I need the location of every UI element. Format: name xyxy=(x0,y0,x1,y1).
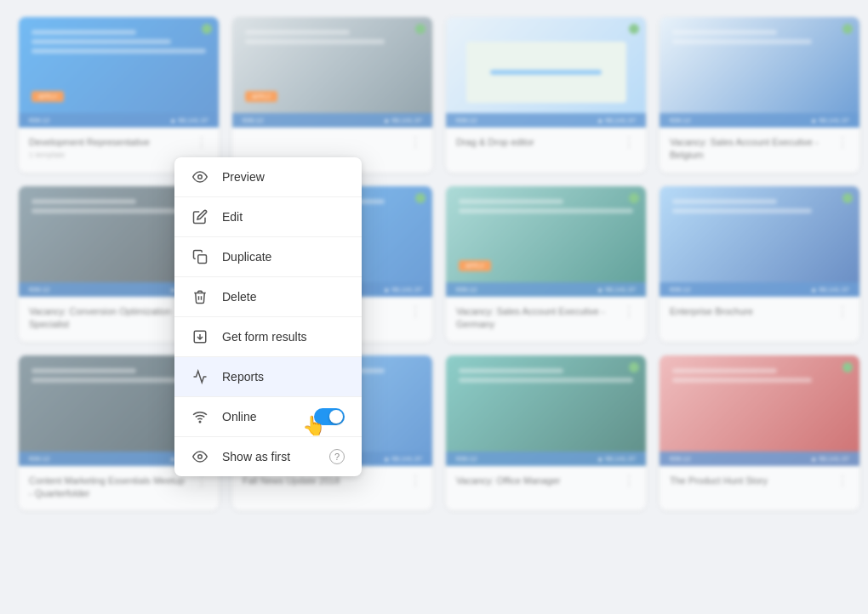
wifi-icon xyxy=(191,408,208,425)
price-text-2: ▲ €8,141.37 xyxy=(383,117,422,124)
card-subtitle: 1 template xyxy=(29,151,150,159)
card-3: €99.12 ▲ €8,141.37 Drag & Drop editor ⋮ xyxy=(446,17,646,173)
card-title: Content Marketing Essentials Meetup - Qu… xyxy=(29,475,188,501)
menu-item-duplicate[interactable]: Duplicate xyxy=(174,237,362,276)
menu-label-get-form-results: Get form results xyxy=(222,330,345,344)
price-text-2: ▲ €8,141.37 xyxy=(597,455,636,463)
card-title: Development Representative xyxy=(29,136,150,149)
svg-point-3 xyxy=(199,421,201,423)
green-dot xyxy=(415,24,425,34)
menu-item-preview[interactable]: Preview xyxy=(174,157,362,196)
eye2-icon xyxy=(191,448,208,465)
menu-label-reports: Reports xyxy=(222,370,345,384)
card-options-dots[interactable]: ⋮ xyxy=(402,475,422,488)
card-8: €99.12 ▲ €8,141.37 Enterprise Brochure ⋮ xyxy=(660,186,859,342)
card-title: Drag & Drop editor xyxy=(456,136,534,149)
card-options-dots[interactable]: ⋮ xyxy=(829,305,849,319)
toggle-thumb xyxy=(329,410,343,424)
svg-point-0 xyxy=(198,175,203,179)
chart-line-icon xyxy=(191,368,208,385)
card-options-dots[interactable]: ⋮ xyxy=(615,305,636,319)
price-text-2: ▲ €8,141.37 xyxy=(810,286,849,293)
price-text: €99.12 xyxy=(29,455,49,463)
card-options-dots[interactable]: ⋮ xyxy=(188,136,208,150)
menu-label-delete: Delete xyxy=(222,290,345,304)
orange-button: APPLY xyxy=(31,91,64,102)
price-text: €99.12 xyxy=(456,117,477,124)
price-text: €99.12 xyxy=(670,455,690,463)
price-text: €99.12 xyxy=(456,455,477,463)
price-text: €99.12 xyxy=(243,117,263,124)
menu-label-preview: Preview xyxy=(222,170,345,184)
help-icon[interactable]: ? xyxy=(329,449,345,464)
svg-point-4 xyxy=(198,455,203,459)
price-text-2: ▲ €8,141.37 xyxy=(169,117,208,124)
card-options-dots[interactable]: ⋮ xyxy=(615,475,636,488)
green-dot xyxy=(202,24,212,34)
orange-button: APPLY xyxy=(245,91,277,102)
card-4: €99.12 ▲ €8,141.37 Vacancy: Sales Accoun… xyxy=(660,17,859,173)
menu-item-reports[interactable]: Reports xyxy=(174,357,362,396)
card-title: Vacancy: Sales Account Executive - Belgi… xyxy=(670,136,829,162)
green-dot xyxy=(842,362,853,372)
pencil-icon xyxy=(191,208,208,225)
card-title: The Product Hunt Story xyxy=(670,475,768,487)
green-dot xyxy=(629,24,639,34)
price-text-2: ▲ €8,141.37 xyxy=(810,117,849,124)
green-dot xyxy=(415,193,425,203)
card-11: €99.12 ▲ €8,141.37 Vacancy: Office Manag… xyxy=(446,355,646,511)
trash-icon xyxy=(191,288,208,305)
eye-icon xyxy=(191,168,208,185)
online-toggle[interactable] xyxy=(314,408,345,425)
menu-item-edit[interactable]: Edit xyxy=(174,197,362,236)
green-dot xyxy=(842,193,853,203)
svg-rect-1 xyxy=(198,255,207,264)
price-text: €99.12 xyxy=(29,286,49,293)
menu-label-duplicate: Duplicate xyxy=(222,250,345,264)
price-text-2: ▲ €8,141.37 xyxy=(810,455,849,463)
menu-label-online: Online xyxy=(222,410,300,424)
orange-button: APPLY xyxy=(459,260,491,271)
card-options-dots[interactable]: ⋮ xyxy=(829,475,849,488)
card-options-dots[interactable]: ⋮ xyxy=(402,136,422,150)
price-text-2: ▲ €8,141.37 xyxy=(597,286,636,293)
green-dot xyxy=(629,362,639,372)
card-options-dots[interactable]: ⋮ xyxy=(615,136,636,150)
menu-item-get-form-results[interactable]: Get form results xyxy=(174,317,362,356)
price-text: €99.12 xyxy=(670,286,690,293)
card-title: Enterprise Brochure xyxy=(670,305,753,318)
card-7: APPLY €99.12 ▲ €8,141.37 Vacancy: Sales … xyxy=(446,186,646,342)
price-text-2: ▲ €8,141.37 xyxy=(383,286,422,293)
green-dot xyxy=(842,24,853,34)
price-text: €99.12 xyxy=(670,117,690,124)
card-12: €99.12 ▲ €8,141.37 The Product Hunt Stor… xyxy=(660,355,859,511)
cards-grid: APPLY €99.12 ▲ €8,141.37 Development Rep… xyxy=(0,0,868,527)
context-menu: Preview Edit Duplicate xyxy=(174,157,362,476)
menu-label-show-as-first: Show as first xyxy=(222,450,316,463)
price-text: €99.12 xyxy=(456,286,477,293)
menu-item-online[interactable]: Online xyxy=(174,397,362,436)
card-1: APPLY €99.12 ▲ €8,141.37 Development Rep… xyxy=(19,17,219,173)
card-title: Vacancy: Sales Account Executive - Germa… xyxy=(456,305,615,332)
card-title: Vacancy: Conversion Optimization Special… xyxy=(29,305,188,332)
menu-item-show-as-first[interactable]: Show as first ? xyxy=(174,437,362,476)
card-2: APPLY €99.12 ▲ €8,141.37 ⋮ xyxy=(232,17,432,173)
green-dot xyxy=(629,193,639,203)
copy-icon xyxy=(191,248,208,265)
price-text-2: ▲ €8,141.37 xyxy=(383,455,422,463)
card-options-dots[interactable]: ⋮ xyxy=(402,305,422,319)
card-title: Vacancy: Office Manager xyxy=(456,475,561,487)
card-options-dots[interactable]: ⋮ xyxy=(829,136,849,150)
price-text-2: ▲ €8,141.37 xyxy=(597,117,636,124)
price-text: €99.12 xyxy=(29,117,49,124)
menu-item-delete[interactable]: Delete xyxy=(174,277,362,316)
download-box-icon xyxy=(191,328,208,345)
menu-label-edit: Edit xyxy=(222,210,345,224)
